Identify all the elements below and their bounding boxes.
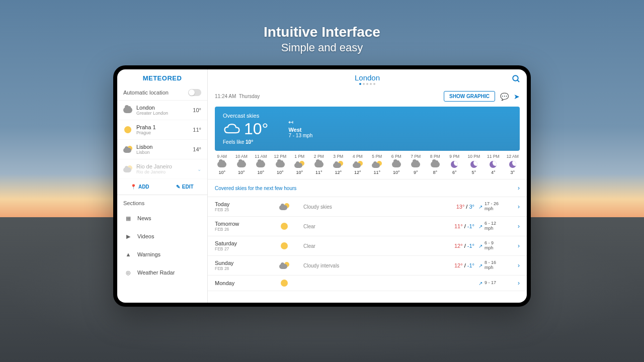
edit-icon: ✎ (176, 184, 180, 190)
day-row[interactable]: SaturdayFEB 27 Clear 12° / -1° ↗6 - 9mph… (208, 236, 527, 256)
current-weather-card[interactable]: Overcast skies 10° Feels like 10° ↤ West… (215, 107, 520, 151)
cloud-sun-icon (349, 160, 367, 169)
section-radar[interactable]: ◎ Weather Radar (117, 263, 207, 282)
hour-slot[interactable]: 7 PM 9° (407, 154, 425, 175)
add-button[interactable]: 📍 ADD (117, 179, 163, 195)
sidebar: METEORED Automatic location LondonGreate… (117, 69, 208, 303)
cloud-sun-icon (123, 145, 132, 154)
hour-slot[interactable]: 10 AM 10° (232, 154, 251, 175)
page-dots[interactable] (355, 83, 380, 85)
city-title[interactable]: London (355, 73, 380, 82)
auto-location-row: Automatic location (117, 85, 207, 101)
cloud-sun-icon (329, 160, 348, 169)
daily-forecast: TodayFEB 25 Cloudy skies 13° / 3° ↗17 - … (208, 197, 527, 303)
forecast-note-row[interactable]: Covered skies for the next few hours › (208, 179, 527, 197)
day-row[interactable]: SundayFEB 28 Cloudy intervals 12° / -1° … (208, 256, 527, 276)
hour-slot[interactable]: 9 PM 6° (445, 154, 464, 175)
day-name: Monday (215, 280, 265, 286)
day-row[interactable]: TodayFEB 25 Cloudy skies 13° / 3° ↗17 - … (208, 197, 527, 217)
day-wind: ↗6 - 12mph (478, 221, 514, 231)
hour-slot[interactable]: 9 AM 10° (213, 154, 231, 175)
day-name: Saturday (215, 240, 265, 246)
location-region: Greater London (136, 111, 189, 116)
day-temps: 12° / -1° (439, 243, 474, 249)
hour-temp: 10° (213, 170, 231, 175)
comment-icon[interactable]: 💬 (500, 93, 509, 101)
hour-temp: 12° (329, 170, 348, 175)
wind-direction: West (288, 127, 312, 133)
svg-point-0 (513, 75, 518, 81)
cloud-sun-icon (368, 160, 386, 169)
section-video[interactable]: ▶ Videos (117, 227, 207, 245)
hour-slot[interactable]: 11 AM 10° (252, 154, 270, 175)
location-name: London (136, 105, 189, 111)
moon-icon (504, 160, 522, 169)
day-wind: ↗9 - 17 (478, 281, 514, 286)
hour-temp: 3° (504, 170, 522, 175)
hourly-forecast[interactable]: 9 AM 10° 10 AM 10° 11 AM 10° 12 PM 10° 1… (208, 151, 527, 179)
section-warning[interactable]: ▲ Warnings (117, 245, 207, 263)
share-icon[interactable]: ➤ (514, 93, 520, 101)
hour-slot[interactable]: 10 PM 5° (465, 154, 484, 175)
headline-subtitle: Simple and easy (0, 41, 644, 54)
hour-temp: 12° (349, 170, 367, 175)
hour-temp: 11° (310, 170, 329, 175)
hour-time: 12 AM (504, 154, 522, 159)
show-graphic-button[interactable]: SHOW GRAPHIC (444, 91, 495, 102)
chevron-right-icon: › (518, 185, 520, 192)
section-label: Warnings (137, 251, 160, 257)
location-temp: 11° (193, 127, 201, 133)
chevron-right-icon: › (518, 223, 520, 230)
day-row[interactable]: Monday ↗9 - 17 › (208, 276, 527, 291)
cloud-sun-icon (269, 203, 299, 210)
location-item[interactable]: Rio de JaneiroRio de Janeiro ⌄ (117, 159, 207, 179)
sun-icon (269, 280, 299, 287)
hour-slot[interactable]: 6 PM 10° (387, 154, 406, 175)
location-item[interactable]: LondonGreater London 10° (117, 101, 207, 120)
day-date: FEB 27 (215, 246, 265, 251)
section-news[interactable]: ▦ News (117, 209, 207, 227)
hour-slot[interactable]: 11 PM 4° (484, 154, 503, 175)
section-label: Weather Radar (137, 269, 175, 276)
hour-slot[interactable]: 5 PM 11° (368, 154, 386, 175)
hour-time: 3 PM (329, 154, 348, 159)
hour-time: 9 PM (445, 154, 464, 159)
hour-slot[interactable]: 1 PM 10° (290, 154, 309, 175)
day-date: FEB 28 (215, 266, 265, 271)
day-condition: Cloudy intervals (303, 263, 435, 268)
hour-time: 7 PM (407, 154, 425, 159)
hour-slot[interactable]: 8 PM 8° (426, 154, 445, 175)
brand-logo[interactable]: METEORED (117, 69, 207, 85)
edit-button[interactable]: ✎ EDIT (163, 179, 208, 195)
location-region: Rio de Janeiro (136, 169, 193, 174)
hour-slot[interactable]: 2 PM 11° (310, 154, 329, 175)
chevron-right-icon: › (518, 262, 520, 269)
hour-slot[interactable]: 4 PM 12° (349, 154, 367, 175)
day-row[interactable]: TomorrowFEB 26 Clear 11° / -1° ↗6 - 12mp… (208, 217, 527, 236)
day-temps: 11° / -1° (439, 223, 474, 229)
hour-temp: 10° (290, 170, 309, 175)
wind-speed: 7 - 13 mph (288, 133, 312, 138)
day-temps: 12° / -1° (439, 262, 474, 268)
day-temps: 13° / 3° (439, 204, 474, 210)
hour-slot[interactable]: 12 AM 3° (504, 154, 522, 175)
hour-slot[interactable]: 12 PM 10° (271, 154, 290, 175)
hour-temp: 8° (426, 170, 445, 175)
chevron-down-icon[interactable]: ⌄ (197, 166, 201, 172)
headline-title: Intuitive Interface (0, 24, 644, 40)
location-name: Lisbon (136, 144, 189, 150)
location-actions: 📍 ADD ✎ EDIT (117, 179, 207, 195)
auto-location-toggle[interactable] (188, 89, 201, 96)
tablet-frame: METEORED Automatic location LondonGreate… (113, 65, 531, 307)
hour-time: 11 AM (252, 154, 270, 159)
hour-temp: 10° (232, 170, 251, 175)
main-panel: London 11:24 AM Thursday SHOW GRAPHIC 💬 … (208, 69, 527, 303)
cloud-icon (223, 122, 241, 136)
location-item[interactable]: Praha 1Prague 11° (117, 120, 207, 140)
edit-label: EDIT (182, 184, 194, 190)
search-icon[interactable] (512, 74, 521, 85)
day-date: FEB 25 (215, 207, 265, 212)
chevron-right-icon: › (518, 242, 520, 249)
hour-slot[interactable]: 3 PM 12° (329, 154, 348, 175)
location-item[interactable]: LisbonLisbon 14° (117, 140, 207, 159)
